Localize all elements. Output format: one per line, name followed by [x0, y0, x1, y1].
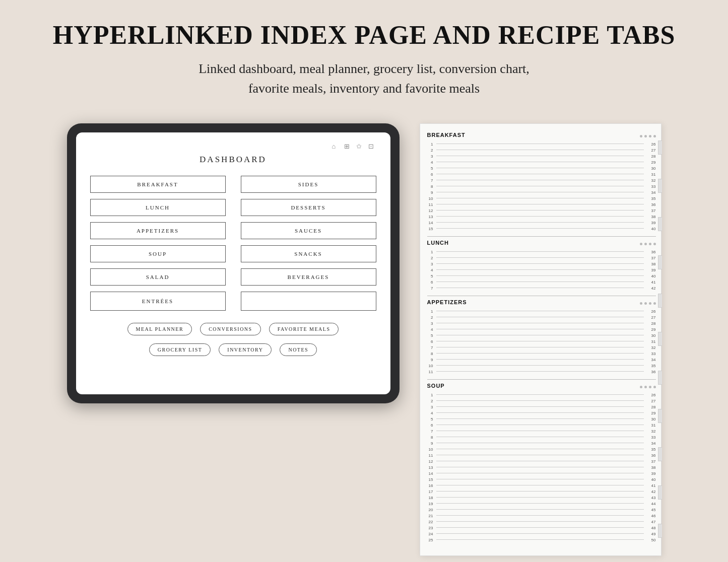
desserts-tab[interactable]	[658, 409, 662, 423]
soup-lines: 126 227 328 429 530 631 732 833 934 1035…	[427, 393, 656, 542]
salad-button[interactable]: SALAD	[90, 268, 226, 286]
content-row: ⌂ ⊞ ✩ ⊡ DASHBOARD BREAKFAST SIDES LUNCH …	[30, 123, 698, 556]
index-line: 338	[427, 262, 656, 266]
index-line: 934	[427, 441, 656, 446]
index-line: 429	[427, 411, 656, 415]
index-line: 1136	[427, 202, 656, 207]
index-line: 328	[427, 154, 656, 159]
index-line: 439	[427, 268, 656, 272]
beverages-tab[interactable]	[658, 524, 662, 538]
entrees-tab[interactable]	[658, 332, 662, 346]
snacks-tab[interactable]	[658, 485, 662, 500]
grocery-list-button[interactable]: GROCERY LIST	[149, 343, 211, 356]
sides-tab[interactable]	[658, 371, 662, 385]
lunch-tab[interactable]	[658, 179, 662, 193]
home-icon[interactable]: ⌂	[332, 143, 340, 151]
desserts-button[interactable]: DESSERTS	[241, 199, 376, 216]
dot-icon	[649, 243, 651, 245]
breakfast-button[interactable]: BREAKFAST	[90, 176, 226, 193]
star-icon[interactable]: ✩	[356, 143, 364, 151]
index-line: 1136	[427, 453, 656, 458]
index-line: 1237	[427, 459, 656, 464]
lunch-section-title: LUNCH	[427, 240, 449, 246]
index-line: 934	[427, 358, 656, 362]
dot-icon	[640, 386, 642, 388]
recipe-index-page: BREAKFAST 126 227 328 429 530 631 732 83…	[420, 123, 661, 556]
dot-icon	[649, 302, 651, 305]
index-line: 833	[427, 184, 656, 189]
index-line: 631	[427, 172, 656, 177]
appetizers-tab[interactable]	[658, 217, 662, 231]
notes-button[interactable]: NOTES	[280, 343, 317, 356]
nav-row-1: MEAL PLANNER CONVERSIONS FAVORITE MEALS	[90, 323, 376, 335]
empty-cell	[241, 292, 376, 311]
index-line: 732	[427, 178, 656, 183]
meal-planner-button[interactable]: MEAL PLANNER	[127, 323, 192, 335]
index-line: 833	[427, 435, 656, 440]
entrees-button[interactable]: ENTRÉES	[90, 292, 226, 311]
dot-icon	[644, 243, 647, 245]
dot-icon	[644, 302, 647, 305]
breakfast-section-title: BREAKFAST	[427, 132, 466, 138]
sides-button[interactable]: SIDES	[241, 176, 376, 193]
index-line: 732	[427, 429, 656, 434]
right-tabs	[658, 124, 662, 555]
index-line: 2045	[427, 508, 656, 512]
beverages-button[interactable]: BEVERAGES	[241, 268, 376, 286]
grid-icon[interactable]: ⊞	[344, 143, 352, 151]
index-line: 1540	[427, 477, 656, 482]
tablet-top-icons: ⌂ ⊞ ✩ ⊡	[90, 143, 376, 151]
index-line: 1843	[427, 496, 656, 500]
dot-icon	[649, 135, 651, 137]
soup-section: SOUP 126 227 328 429 530 631 732 833 934…	[427, 383, 656, 542]
lunch-lines: 136 237 338 439 540 641 742	[427, 250, 656, 291]
index-line: 1439	[427, 471, 656, 476]
appetizers-button[interactable]: APPETIZERS	[90, 222, 226, 239]
soup-button[interactable]: SOUP	[90, 245, 226, 262]
index-line: 136	[427, 250, 656, 254]
index-line: 934	[427, 190, 656, 195]
index-line: 328	[427, 321, 656, 326]
tablet-device: ⌂ ⊞ ✩ ⊡ DASHBOARD BREAKFAST SIDES LUNCH …	[67, 123, 400, 403]
snacks-button[interactable]: SNACKS	[241, 245, 376, 262]
conversions-button[interactable]: CONVERSIONS	[200, 323, 261, 335]
dashboard-grid: BREAKFAST SIDES LUNCH DESSERTS APPETIZER…	[90, 176, 376, 311]
divider	[427, 379, 656, 380]
nav-row-2: GROCERY LIST INVENTORY NOTES	[90, 343, 376, 356]
favorite-meals-button[interactable]: FAVORITE MEALS	[269, 323, 339, 335]
page-subtitle: Linked dashboard, meal planner, grocery …	[198, 59, 530, 98]
dot-icon	[640, 302, 642, 305]
lunch-section: LUNCH 136 237 338 439 540 641 742	[427, 240, 656, 291]
lunch-icons	[640, 243, 656, 245]
page-title: HYPERLINKED INDEX PAGE AND RECIPE TABS	[53, 20, 676, 50]
index-line: 2146	[427, 514, 656, 518]
index-line: 1035	[427, 364, 656, 368]
index-line: 1035	[427, 447, 656, 452]
inventory-button[interactable]: INVENTORY	[219, 343, 272, 356]
divider	[427, 236, 656, 237]
index-line: 237	[427, 256, 656, 260]
sauces-tab[interactable]	[658, 447, 662, 461]
index-line: 1641	[427, 483, 656, 488]
index-line: 2449	[427, 532, 656, 536]
dot-icon	[644, 386, 647, 388]
index-line: 540	[427, 274, 656, 278]
appetizers-icons	[640, 302, 656, 305]
index-line: 530	[427, 166, 656, 171]
lunch-button[interactable]: LUNCH	[90, 199, 226, 216]
dot-icon	[644, 135, 647, 137]
index-line: 732	[427, 345, 656, 350]
index-line: 1237	[427, 208, 656, 213]
dot-icon	[653, 386, 656, 388]
index-line: 1742	[427, 489, 656, 494]
soup-tab[interactable]	[658, 255, 662, 269]
breakfast-tab[interactable]	[658, 140, 662, 155]
index-line: 429	[427, 327, 656, 332]
index-line: 2550	[427, 538, 656, 542]
salad-tab[interactable]	[658, 294, 662, 308]
dot-icon	[649, 386, 651, 388]
dashboard-title: DASHBOARD	[90, 155, 376, 165]
square-icon[interactable]: ⊡	[368, 143, 376, 151]
sauces-button[interactable]: SAUCES	[241, 222, 376, 239]
index-line: 328	[427, 405, 656, 409]
